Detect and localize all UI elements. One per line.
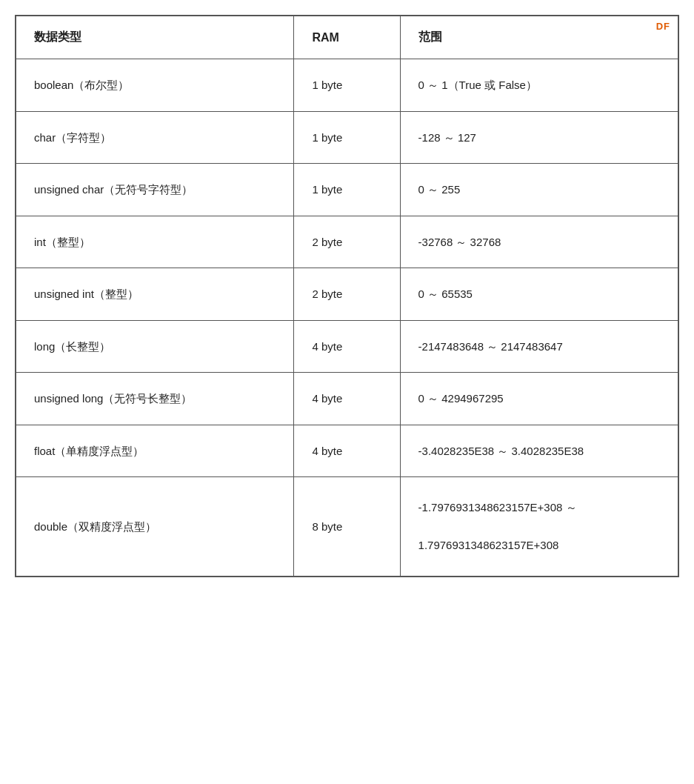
cell-range: -2147483648 ～ 2147483647	[400, 320, 678, 373]
cell-range: 0 ～ 255	[400, 164, 678, 216]
cell-ram: 2 byte	[294, 216, 400, 268]
cell-type: char（字符型）	[16, 111, 294, 164]
cell-type: unsigned long（无符号长整型）	[16, 373, 294, 425]
cell-range: -1.7976931348623157E+308 ～1.797693134862…	[400, 477, 678, 577]
header-type: 数据类型	[16, 16, 294, 59]
cell-type: float（单精度浮点型）	[16, 425, 294, 477]
cell-range: 0 ～ 1（True 或 False）	[400, 59, 678, 112]
cell-type: unsigned char（无符号字符型）	[16, 164, 294, 216]
header-range: 范围	[400, 16, 678, 59]
table-row: unsigned long（无符号长整型）4 byte0 ～ 429496729…	[16, 373, 678, 425]
range-line2: 1.7976931348623157E+308	[418, 539, 559, 551]
page-wrapper: DF 数据类型 RAM 范围 boolean（布尔型）1 byte0 ～ 1（T…	[15, 15, 679, 577]
cell-type: int（整型）	[16, 216, 294, 268]
table-row: unsigned char（无符号字符型）1 byte0 ～ 255	[16, 164, 678, 216]
table-row: int（整型）2 byte-32768 ～ 32768	[16, 216, 678, 268]
table-row: unsigned int（整型）2 byte0 ～ 65535	[16, 268, 678, 321]
cell-ram: 4 byte	[294, 373, 400, 425]
data-types-table: 数据类型 RAM 范围 boolean（布尔型）1 byte0 ～ 1（True…	[15, 15, 679, 577]
cell-ram: 4 byte	[294, 320, 400, 373]
cell-type: double（双精度浮点型）	[16, 477, 294, 577]
table-row: float（单精度浮点型）4 byte-3.4028235E38 ～ 3.402…	[16, 425, 678, 477]
cell-ram: 4 byte	[294, 425, 400, 477]
table-header-row: 数据类型 RAM 范围	[16, 16, 678, 59]
cell-range: -32768 ～ 32768	[400, 216, 678, 268]
table-row: long（长整型）4 byte-2147483648 ～ 2147483647	[16, 320, 678, 373]
cell-type: boolean（布尔型）	[16, 59, 294, 112]
cell-ram: 1 byte	[294, 59, 400, 112]
cell-range: -3.4028235E38 ～ 3.4028235E38	[400, 425, 678, 477]
table-row: char（字符型）1 byte-128 ～ 127	[16, 111, 678, 164]
cell-range: 0 ～ 65535	[400, 268, 678, 321]
range-line1: -1.7976931348623157E+308 ～	[418, 501, 577, 514]
cell-range: 0 ～ 4294967295	[400, 373, 678, 425]
cell-type: long（长整型）	[16, 320, 294, 373]
header-ram: RAM	[294, 16, 400, 59]
cell-type: unsigned int（整型）	[16, 268, 294, 321]
cell-ram: 1 byte	[294, 111, 400, 164]
cell-range: -128 ～ 127	[400, 111, 678, 164]
table-row: double（双精度浮点型）8 byte-1.7976931348623157E…	[16, 477, 678, 577]
cell-ram: 1 byte	[294, 164, 400, 216]
watermark-label: DF	[656, 21, 670, 32]
cell-ram: 8 byte	[294, 477, 400, 577]
table-row: boolean（布尔型）1 byte0 ～ 1（True 或 False）	[16, 59, 678, 112]
cell-ram: 2 byte	[294, 268, 400, 321]
